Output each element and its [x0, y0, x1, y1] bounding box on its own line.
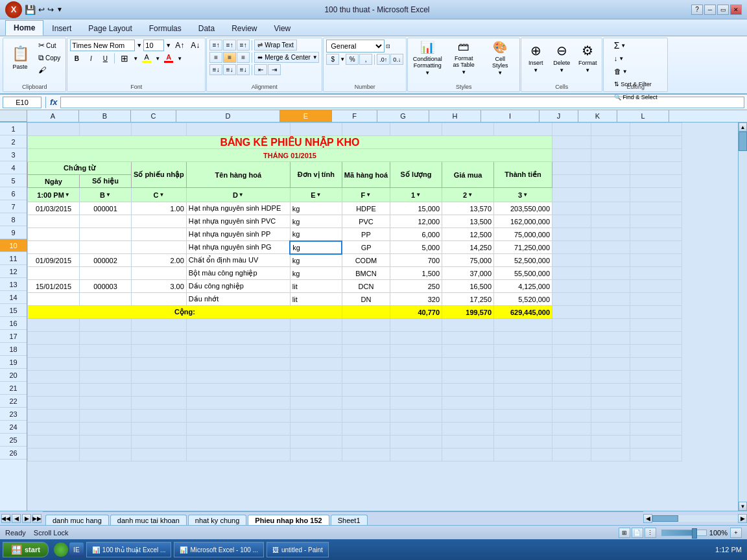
align-bottom-center-btn[interactable]: ≡↓ — [223, 64, 236, 75]
cell-f10[interactable]: GP — [342, 241, 390, 254]
cell-d14[interactable]: Dầu nhớt — [186, 293, 290, 306]
sheet-tab-2[interactable]: danh muc tai khoan — [110, 515, 187, 525]
undo-quick-btn[interactable]: ↩ — [38, 5, 45, 14]
cell-c7[interactable]: 1.00 — [132, 202, 187, 215]
cell-i12[interactable]: 55,500,000 — [494, 267, 552, 280]
cell-j10[interactable] — [552, 241, 591, 254]
cell-g12[interactable]: 1,500 — [390, 267, 442, 280]
cell-a9[interactable] — [28, 228, 80, 241]
cell-e10[interactable]: kg — [290, 241, 342, 254]
decrease-decimal-btn[interactable]: 0.↓ — [390, 54, 403, 65]
paste-button[interactable]: 📋 Paste — [6, 40, 34, 76]
tab-data[interactable]: Data — [190, 21, 223, 36]
bold-button[interactable]: B — [70, 52, 83, 64]
cell-d10[interactable]: Hạt nhựa nguyên sinh PG — [186, 241, 290, 254]
cell-f11[interactable]: CODM — [342, 254, 390, 267]
cell-f9[interactable]: PP — [342, 228, 390, 241]
cell-i14[interactable]: 5,520,000 — [494, 293, 552, 306]
row-num-15[interactable]: 15 — [0, 304, 27, 317]
merge-center-dropdown[interactable]: ▼ — [313, 54, 318, 60]
cell-f12[interactable]: BMCN — [342, 267, 390, 280]
cell-f13[interactable]: DCN — [342, 280, 390, 293]
row-num-3[interactable]: 3 — [0, 148, 27, 161]
cell-f15[interactable] — [342, 306, 390, 319]
normal-view-btn[interactable]: ⊞ — [619, 528, 630, 538]
currency-dropdown[interactable]: ▼ — [340, 56, 345, 62]
format-button[interactable]: ⚙ Format ▼ — [576, 40, 599, 76]
cell-l5[interactable] — [630, 175, 682, 188]
font-color-dropdown[interactable]: ▼ — [177, 56, 182, 62]
col-e-dropdown[interactable]: ▼ — [316, 192, 322, 198]
cell-j6[interactable] — [552, 188, 591, 202]
cell-e8[interactable]: kg — [290, 215, 342, 228]
cell-j9[interactable] — [552, 228, 591, 241]
cell-g7[interactable]: 15,000 — [390, 202, 442, 215]
cell-h7[interactable]: 13,570 — [442, 202, 494, 215]
fill-color-dropdown[interactable]: ▼ — [155, 56, 160, 62]
font-name-input[interactable] — [70, 40, 135, 51]
row-num-14[interactable]: 14 — [0, 291, 27, 304]
cell-e13[interactable]: lit — [290, 280, 342, 293]
cell-h10[interactable]: 14,250 — [442, 241, 494, 254]
sheet-first-btn[interactable]: ◀◀ — [1, 514, 10, 523]
delete-dropdown[interactable]: ▼ — [559, 67, 564, 73]
cell-styles-dropdown[interactable]: ▼ — [497, 70, 503, 76]
align-middle-center-btn[interactable]: ≡ — [223, 52, 236, 63]
cell-j1[interactable] — [552, 123, 591, 136]
cell-l3[interactable] — [630, 149, 682, 162]
row-num-1[interactable]: 1 — [0, 122, 27, 135]
cut-button[interactable]: ✂ Cut — [36, 40, 63, 51]
cell-k10[interactable] — [591, 241, 630, 254]
cell-i13[interactable]: 4,125,000 — [494, 280, 552, 293]
cell-e9[interactable]: kg — [290, 228, 342, 241]
row-num-7[interactable]: 7 — [0, 200, 27, 213]
col-d-dropdown[interactable]: ▼ — [239, 192, 244, 198]
cell-b7[interactable]: 000001 — [80, 202, 132, 215]
col-header-a[interactable]: A — [27, 110, 79, 122]
fill-button[interactable]: ↓ ▼ — [611, 52, 626, 64]
col-label-g[interactable]: 1 ▼ — [390, 188, 442, 202]
cell-a10[interactable] — [28, 241, 80, 254]
cell-f7[interactable]: HDPE — [342, 202, 390, 215]
col-header-g[interactable]: G — [377, 110, 429, 122]
row-num-4[interactable]: 4 — [0, 161, 27, 174]
horizontal-scrollbar[interactable]: ◀ ▶ — [643, 511, 747, 525]
cell-b13[interactable]: 000003 — [80, 280, 132, 293]
scroll-thumb-v[interactable] — [739, 132, 747, 151]
cell-k5[interactable] — [591, 175, 630, 188]
scroll-right-btn[interactable]: ▶ — [738, 514, 747, 523]
cell-g14[interactable]: 320 — [390, 293, 442, 306]
sheet-tab-3[interactable]: nhat ky chung — [188, 515, 247, 525]
row-num-8[interactable]: 8 — [0, 213, 27, 226]
cell-k1[interactable] — [591, 123, 630, 136]
scroll-thumb-h[interactable] — [652, 515, 678, 522]
align-top-right-btn[interactable]: ≡↑ — [237, 40, 250, 51]
cell-b11[interactable]: 000002 — [80, 254, 132, 267]
sheet-tab-1[interactable]: danh muc hang — [45, 515, 109, 525]
increase-decimal-btn[interactable]: .0↑ — [377, 54, 390, 65]
cell-j8[interactable] — [552, 215, 591, 228]
cell-k7[interactable] — [591, 202, 630, 215]
cell-k6[interactable] — [591, 188, 630, 202]
header-dvt-span[interactable]: Đơn vị tính — [290, 162, 342, 188]
col-header-h[interactable]: H — [429, 110, 481, 122]
cell-h9[interactable]: 12,500 — [442, 228, 494, 241]
cell-j4[interactable] — [552, 162, 591, 175]
row-num-22[interactable]: 22 — [0, 395, 27, 408]
cell-j2[interactable] — [552, 136, 591, 149]
cell-f8[interactable]: PVC — [342, 215, 390, 228]
col-header-j[interactable]: J — [540, 110, 578, 122]
row-num-12[interactable]: 12 — [0, 265, 27, 278]
sheet-next-btn[interactable]: ▶ — [22, 514, 31, 523]
cell-b14[interactable] — [80, 293, 132, 306]
clear-button[interactable]: 🗑 ▼ — [611, 65, 630, 77]
minimize-btn[interactable]: ─ — [704, 5, 716, 15]
tab-insert[interactable]: Insert — [43, 21, 80, 36]
cell-title[interactable]: BẢNG KÊ PHIẾU NHẬP KHO — [28, 136, 552, 149]
col-header-d[interactable]: D — [176, 110, 280, 122]
cell-d9[interactable]: Hạt nhựa nguyên sinh PP — [186, 228, 290, 241]
row-num-11[interactable]: 11 — [0, 252, 27, 265]
page-layout-view-btn[interactable]: 📄 — [632, 528, 643, 538]
cell-subtitle[interactable]: THÁNG 01/2015 — [28, 149, 552, 162]
quick-access-more[interactable]: ▼ — [56, 6, 63, 13]
